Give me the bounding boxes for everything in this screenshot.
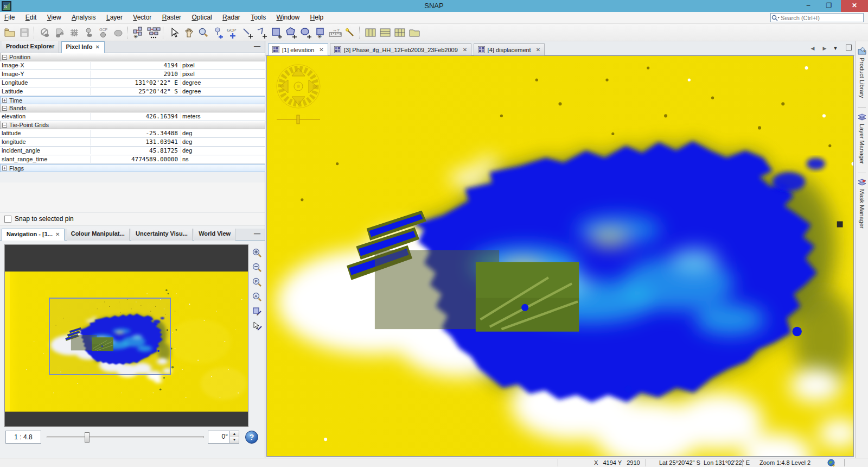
- tile-vertically-icon[interactable]: [363, 26, 378, 40]
- pin-placing-tool-icon[interactable]: [210, 26, 225, 40]
- zoom-slider-thumb[interactable]: [85, 432, 90, 443]
- gcp-placing-tool-icon[interactable]: GCP: [225, 26, 240, 40]
- menu-file[interactable]: File: [0, 12, 19, 23]
- search-box[interactable]: [770, 13, 864, 22]
- restore-button[interactable]: ❐: [821, 0, 837, 12]
- spinner-up-icon[interactable]: ▲: [230, 431, 239, 437]
- collapse-icon[interactable]: −: [2, 106, 7, 111]
- tab-uncertainty-visualisation[interactable]: Uncertainty Visu...: [131, 229, 193, 241]
- search-input[interactable]: [780, 15, 863, 21]
- spinner-down-icon[interactable]: ▼: [230, 437, 239, 443]
- spatial-subset-icon[interactable]: [67, 26, 81, 40]
- graph-builder-icon[interactable]: ✳: [131, 26, 146, 40]
- image-view-icon: [272, 46, 279, 53]
- minimize-pane-icon[interactable]: —: [253, 43, 261, 51]
- ellipse-drawing-tool-icon[interactable]: [298, 26, 313, 40]
- minimize-button[interactable]: –: [800, 0, 816, 12]
- tab-elevation[interactable]: [1] elevation✕: [268, 43, 328, 55]
- tab-close-icon[interactable]: ✕: [461, 47, 467, 53]
- tab-list-dropdown-icon[interactable]: ▼: [831, 45, 840, 53]
- zoom-slider[interactable]: [47, 436, 204, 438]
- menu-optical[interactable]: Optical: [187, 12, 216, 23]
- menu-vector[interactable]: Vector: [129, 12, 156, 23]
- batch-processing-icon[interactable]: [146, 26, 161, 40]
- close-product-icon[interactable]: [37, 26, 52, 40]
- duplicate-shape-tool-icon[interactable]: ✳: [313, 26, 328, 40]
- mask-manager-icon: [858, 178, 866, 187]
- menu-raster[interactable]: Raster: [158, 12, 186, 23]
- open-product-icon[interactable]: [2, 26, 17, 40]
- menu-analysis[interactable]: Analysis: [67, 12, 100, 23]
- sync-views-icon[interactable]: [251, 305, 264, 318]
- minimize-pane-icon[interactable]: —: [253, 230, 261, 238]
- sidebar-item-mask-manager[interactable]: Mask Manager: [856, 178, 868, 229]
- polyline-drawing-tool-icon[interactable]: [254, 26, 269, 40]
- expand-icon[interactable]: +: [2, 166, 7, 171]
- menu-help[interactable]: Help: [306, 12, 328, 23]
- maximize-view-icon[interactable]: [846, 45, 852, 51]
- pin-manager-icon[interactable]: [81, 26, 96, 40]
- magic-wand-tool-icon[interactable]: [342, 26, 357, 40]
- tab-world-view[interactable]: World View: [194, 229, 235, 241]
- help-button[interactable]: ?: [245, 431, 258, 444]
- close-button[interactable]: ✕: [841, 0, 868, 12]
- compass-navigation-control[interactable]: [271, 58, 326, 126]
- save-product-icon[interactable]: [17, 26, 31, 40]
- tile-horizontally-icon[interactable]: [378, 26, 392, 40]
- tab-displacement[interactable]: [4] displacement✕: [474, 43, 545, 55]
- menu-radar[interactable]: Radar: [218, 12, 245, 23]
- zoom-to-pixel-resolution-icon[interactable]: P: [251, 276, 264, 289]
- measurement-tool-icon[interactable]: ↔?: [328, 26, 342, 40]
- pan-tool-icon[interactable]: [181, 26, 196, 40]
- tab-close-icon[interactable]: ✕: [93, 44, 100, 50]
- elevation-image-view[interactable]: [266, 55, 854, 457]
- collapse-icon[interactable]: −: [2, 123, 7, 128]
- line-drawing-tool-icon[interactable]: [240, 26, 254, 40]
- section-header-time[interactable]: +Time: [0, 96, 265, 104]
- tab-navigation[interactable]: Navigation - [1...✕: [2, 229, 65, 241]
- sync-cursor-icon[interactable]: [251, 320, 264, 333]
- tab-phase-ifg[interactable]: [3] Phase_ifg_HH_12Feb2009_23Feb2009✕: [330, 43, 471, 55]
- expand-icon[interactable]: +: [2, 98, 7, 103]
- tile-evenly-icon[interactable]: [392, 26, 407, 40]
- menu-window[interactable]: Window: [272, 12, 304, 23]
- gcp-manager-icon[interactable]: GCP: [96, 26, 111, 40]
- zoom-in-icon[interactable]: [251, 247, 264, 260]
- rectangle-drawing-tool-icon[interactable]: [269, 26, 284, 40]
- section-header-bands[interactable]: −Bands: [0, 104, 265, 112]
- tab-close-icon[interactable]: ✕: [53, 231, 60, 237]
- overlay-zoom-slider[interactable]: [277, 115, 320, 124]
- section-header-tie-point-grids[interactable]: −Tie-Point Grids: [0, 121, 265, 129]
- export-view-icon[interactable]: [52, 26, 67, 40]
- pixel-info-table: −Position Image-X4194pixel Image-Y2910pi…: [0, 53, 265, 172]
- menu-layer[interactable]: Layer: [102, 12, 127, 23]
- section-header-flags[interactable]: +Flags: [0, 164, 265, 172]
- sidebar-item-product-library[interactable]: Product Library: [856, 47, 868, 98]
- menu-edit[interactable]: Edit: [21, 12, 41, 23]
- zoom-all-icon[interactable]: A: [251, 291, 264, 304]
- snap-to-pin-checkbox[interactable]: [4, 216, 11, 223]
- status-separator: [742, 459, 743, 466]
- scroll-tabs-left-icon[interactable]: ◀: [808, 45, 817, 53]
- zoom-out-icon[interactable]: [251, 261, 264, 274]
- menu-tools[interactable]: Tools: [246, 12, 270, 23]
- sidebar-item-layer-manager[interactable]: Layer Manager: [856, 113, 868, 164]
- mask-manager-icon[interactable]: [111, 26, 125, 40]
- tile-single-icon[interactable]: [407, 26, 422, 40]
- zoom-factor-field[interactable]: 1 : 4.8: [5, 431, 41, 444]
- selection-tool-icon[interactable]: [167, 26, 181, 40]
- tab-pixel-info[interactable]: Pixel Info✕: [61, 41, 105, 53]
- tab-close-icon[interactable]: ✕: [534, 47, 540, 53]
- tab-colour-manipulation[interactable]: Colour Manipulat...: [67, 229, 130, 241]
- tab-product-explorer[interactable]: Product Explorer: [2, 41, 59, 53]
- zoom-tool-icon[interactable]: [196, 26, 210, 40]
- collapse-icon[interactable]: −: [2, 55, 7, 60]
- tab-close-icon[interactable]: ✕: [317, 47, 323, 53]
- polygon-drawing-tool-icon[interactable]: [284, 26, 298, 40]
- scroll-tabs-right-icon[interactable]: ▶: [820, 45, 829, 53]
- menu-view[interactable]: View: [43, 12, 66, 23]
- section-header-position[interactable]: −Position: [0, 53, 265, 61]
- status-separator: [646, 459, 646, 466]
- view-rectangle[interactable]: [49, 298, 171, 375]
- rotation-spinner[interactable]: 0° ▲▼: [208, 431, 239, 444]
